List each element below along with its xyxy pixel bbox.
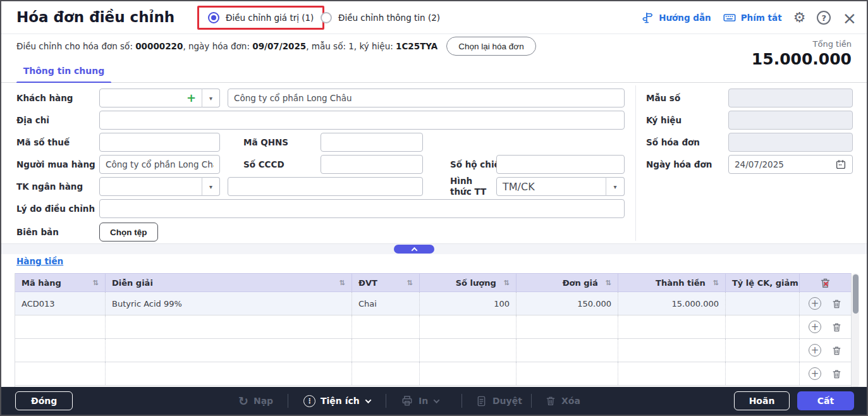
sort-icon[interactable]: ⇅ (89, 279, 99, 287)
cell-unit-price[interactable] (517, 315, 618, 338)
col-header-discount[interactable]: Tỷ lệ CK, giảm g (726, 274, 800, 291)
cell-discount[interactable] (726, 292, 800, 315)
add-row-icon[interactable]: + (809, 297, 821, 310)
cell-unit-price[interactable] (517, 362, 618, 385)
close-button[interactable]: Đóng (15, 391, 73, 410)
choose-file-button[interactable]: Chọn tệp (99, 223, 158, 242)
reload-button[interactable]: ↻ Nạp (238, 395, 273, 407)
sort-icon[interactable]: ⇅ (709, 279, 719, 287)
cell-description[interactable] (106, 339, 352, 362)
save-button[interactable]: Cất (797, 391, 854, 410)
sort-icon[interactable]: ⇅ (336, 279, 345, 287)
template-no-input (728, 89, 853, 107)
table-row[interactable]: + (15, 362, 851, 386)
cccd-input[interactable] (321, 155, 423, 174)
bank-account-combo[interactable] (99, 177, 202, 196)
cell-unit[interactable] (352, 362, 420, 385)
cell-quantity[interactable]: 100 (420, 292, 517, 315)
table-scrollbar[interactable] (852, 273, 859, 388)
col-header-unit[interactable]: ĐVT⇅ (352, 274, 420, 291)
utilities-menu-button[interactable]: ⋮ Tiện ích (303, 395, 370, 407)
cell-quantity[interactable] (420, 315, 517, 338)
table-row[interactable]: + (15, 339, 851, 362)
cell-amount[interactable] (618, 339, 726, 362)
tax-code-input[interactable] (99, 133, 220, 152)
scrollbar-thumb[interactable] (853, 274, 859, 314)
divider (386, 394, 386, 408)
customer-code-combo[interactable]: + (99, 89, 202, 107)
sort-icon[interactable]: ⇅ (500, 279, 510, 287)
cell-discount[interactable] (726, 362, 800, 385)
tab-general-info[interactable]: Thông tin chung (16, 58, 111, 83)
bank-account-dropdown-toggle[interactable]: ▾ (202, 177, 220, 196)
cell-description[interactable] (106, 362, 352, 385)
payment-method-select[interactable]: TM/CK (496, 177, 606, 196)
shortcuts-link[interactable]: Phím tắt (723, 11, 782, 25)
delete-row-icon[interactable] (831, 298, 842, 309)
col-header-quantity[interactable]: Số lượng⇅ (420, 274, 517, 291)
cell-unit-price[interactable] (517, 339, 618, 362)
cell-code[interactable] (15, 315, 106, 338)
cell-unit[interactable]: Chai (352, 292, 420, 315)
cell-amount[interactable] (618, 362, 726, 385)
collapse-form-button[interactable] (394, 245, 434, 254)
col-header-description[interactable]: Diễn giải⇅ (106, 274, 352, 291)
postpone-button[interactable]: Hoãn (734, 391, 790, 410)
customer-code-dropdown-toggle[interactable]: ▾ (202, 89, 220, 107)
close-icon[interactable]: × (842, 9, 857, 27)
sort-icon[interactable]: ⇅ (602, 279, 611, 287)
trash-icon (545, 395, 556, 407)
help-icon[interactable]: ? (817, 11, 831, 25)
items-section-link[interactable]: Hàng tiền (16, 256, 63, 266)
cell-amount[interactable]: 15.000.000 (618, 292, 726, 315)
col-header-unit-price[interactable]: Đơn giá⇅ (517, 274, 618, 291)
cell-discount[interactable] (726, 339, 800, 362)
address-input[interactable] (99, 111, 625, 130)
print-menu-button[interactable]: In (401, 395, 439, 407)
guide-link[interactable]: Hướng dẫn (642, 11, 711, 24)
settings-gear-icon[interactable]: ⚙ (793, 11, 806, 25)
table-row[interactable]: + (15, 315, 851, 339)
sort-icon[interactable]: ⇅ (403, 279, 413, 287)
cell-amount[interactable] (618, 315, 726, 338)
reselect-invoice-button[interactable]: Chọn lại hóa đơn (446, 37, 535, 56)
cell-code[interactable] (15, 339, 106, 362)
cell-description[interactable] (106, 315, 352, 338)
delete-row-icon[interactable] (831, 322, 842, 333)
radio-adjust-value[interactable] (208, 12, 219, 23)
buyer-input[interactable] (99, 155, 220, 174)
add-row-icon[interactable]: + (809, 344, 821, 357)
adjust-reason-input[interactable] (99, 199, 625, 218)
cell-quantity[interactable] (420, 362, 517, 385)
calendar-icon[interactable] (835, 159, 847, 170)
add-row-icon[interactable]: + (809, 321, 821, 333)
delete-all-rows-icon[interactable] (819, 277, 831, 289)
qhns-input[interactable] (321, 133, 423, 152)
add-customer-icon[interactable]: + (186, 92, 196, 104)
cell-code[interactable]: ACD013 (15, 292, 106, 315)
approve-button[interactable]: Duyệt (475, 395, 522, 407)
source-invoice-date: 09/07/2025 (252, 41, 306, 51)
col-header-amount[interactable]: Thành tiền⇅ (618, 274, 726, 291)
col-header-code[interactable]: Mã hàng⇅ (15, 274, 106, 291)
invoice-date-input[interactable]: 24/07/2025 (728, 155, 853, 174)
cell-description[interactable]: Butyric Acid 99% (106, 292, 352, 315)
passport-input[interactable] (496, 155, 625, 174)
cell-unit[interactable] (352, 339, 420, 362)
cell-code[interactable] (15, 362, 106, 385)
delete-row-icon[interactable] (831, 369, 842, 379)
table-row[interactable]: ACD013 Butyric Acid 99% Chai 100 150.000… (15, 292, 851, 315)
add-row-icon[interactable]: + (809, 367, 821, 380)
delete-row-icon[interactable] (831, 345, 842, 356)
radio-adjust-info[interactable] (321, 12, 332, 23)
customer-name-input[interactable] (228, 89, 625, 107)
radio-adjust-info-label[interactable]: Điều chỉnh thông tin (2) (338, 13, 440, 23)
cell-discount[interactable] (726, 315, 800, 338)
radio-adjust-value-label[interactable]: Điều chỉnh giá trị (1) (226, 13, 314, 23)
cell-unit-price[interactable]: 150.000 (517, 292, 618, 315)
bank-name-input[interactable] (228, 177, 423, 196)
cell-quantity[interactable] (420, 339, 517, 362)
payment-method-dropdown-toggle[interactable]: ▾ (606, 177, 625, 196)
delete-button[interactable]: Xóa (545, 395, 580, 407)
cell-unit[interactable] (352, 315, 420, 338)
